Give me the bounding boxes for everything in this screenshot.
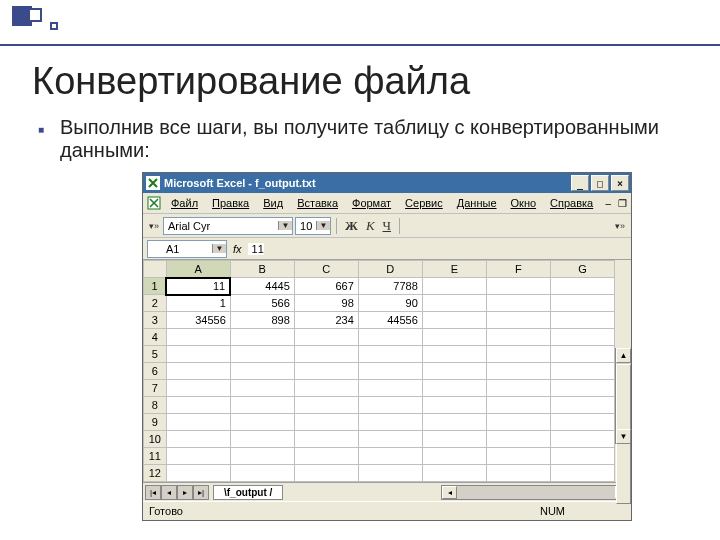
cell[interactable] <box>358 363 422 380</box>
toolbar-overflow-icon[interactable]: ▾» <box>147 221 161 231</box>
cell[interactable] <box>422 346 486 363</box>
cell[interactable] <box>230 329 294 346</box>
col-header-c[interactable]: C <box>294 261 358 278</box>
cell[interactable] <box>486 329 550 346</box>
cell[interactable]: 34556 <box>166 312 230 329</box>
cell[interactable] <box>230 431 294 448</box>
cell[interactable] <box>358 329 422 346</box>
cell[interactable] <box>294 329 358 346</box>
cell[interactable] <box>230 465 294 482</box>
cell[interactable] <box>550 346 614 363</box>
row-header[interactable]: 1 <box>144 278 167 295</box>
cell[interactable]: 667 <box>294 278 358 295</box>
row-header[interactable]: 12 <box>144 465 167 482</box>
col-header-d[interactable]: D <box>358 261 422 278</box>
cell[interactable]: 44556 <box>358 312 422 329</box>
cell[interactable] <box>294 363 358 380</box>
cell[interactable] <box>358 465 422 482</box>
spreadsheet-grid[interactable]: A B C D E F G 1 11 4445 667 7788 2 1 566… <box>143 260 615 482</box>
cell[interactable] <box>422 431 486 448</box>
row-header[interactable]: 3 <box>144 312 167 329</box>
tab-last-icon[interactable]: ▸| <box>193 485 209 500</box>
cell[interactable] <box>486 397 550 414</box>
row-header[interactable]: 2 <box>144 295 167 312</box>
cell[interactable] <box>230 363 294 380</box>
cell[interactable] <box>486 465 550 482</box>
cell[interactable] <box>422 278 486 295</box>
cell[interactable] <box>358 397 422 414</box>
cell[interactable] <box>422 295 486 312</box>
cell[interactable] <box>550 431 614 448</box>
cell[interactable] <box>422 312 486 329</box>
cell[interactable] <box>422 363 486 380</box>
cell[interactable] <box>486 346 550 363</box>
cell[interactable] <box>230 397 294 414</box>
col-header-b[interactable]: B <box>230 261 294 278</box>
close-button[interactable]: × <box>611 175 629 191</box>
cell[interactable] <box>166 397 230 414</box>
wb-min-icon[interactable]: – <box>601 198 615 209</box>
toolbar-overflow-icon[interactable]: ▾» <box>613 221 627 231</box>
menu-insert[interactable]: Вставка <box>291 195 344 211</box>
tab-first-icon[interactable]: |◂ <box>145 485 161 500</box>
menu-format[interactable]: Формат <box>346 195 397 211</box>
cell[interactable] <box>550 414 614 431</box>
cell[interactable] <box>294 397 358 414</box>
cell[interactable] <box>486 295 550 312</box>
font-name-combo[interactable]: Arial Cyr ▼ <box>163 217 293 235</box>
cell[interactable] <box>166 431 230 448</box>
cell[interactable]: 898 <box>230 312 294 329</box>
tab-prev-icon[interactable]: ◂ <box>161 485 177 500</box>
cell[interactable] <box>294 346 358 363</box>
cell[interactable] <box>294 465 358 482</box>
row-header[interactable]: 9 <box>144 414 167 431</box>
cell[interactable]: 1 <box>166 295 230 312</box>
cell[interactable] <box>230 448 294 465</box>
minimize-button[interactable]: _ <box>571 175 589 191</box>
cell[interactable] <box>486 363 550 380</box>
cell[interactable] <box>550 380 614 397</box>
row-header[interactable]: 7 <box>144 380 167 397</box>
vertical-scrollbar[interactable]: ▲ ▼ <box>615 348 631 444</box>
maximize-button[interactable]: □ <box>591 175 609 191</box>
cell[interactable]: 90 <box>358 295 422 312</box>
cell[interactable] <box>550 397 614 414</box>
cell[interactable] <box>294 414 358 431</box>
cell[interactable] <box>550 448 614 465</box>
cell[interactable]: 11 <box>166 278 230 295</box>
cell[interactable] <box>166 346 230 363</box>
cell[interactable]: 234 <box>294 312 358 329</box>
cell[interactable] <box>166 414 230 431</box>
col-header-a[interactable]: A <box>166 261 230 278</box>
row-header[interactable]: 4 <box>144 329 167 346</box>
menu-window[interactable]: Окно <box>505 195 543 211</box>
row-header[interactable]: 10 <box>144 431 167 448</box>
sheet-tab[interactable]: \f_output / <box>213 485 283 500</box>
col-header-e[interactable]: E <box>422 261 486 278</box>
cell[interactable] <box>358 414 422 431</box>
row-header[interactable]: 5 <box>144 346 167 363</box>
cell[interactable] <box>294 431 358 448</box>
horizontal-scrollbar[interactable]: ◂ ▸ <box>441 485 631 500</box>
cell[interactable]: 566 <box>230 295 294 312</box>
cell[interactable] <box>358 431 422 448</box>
row-header[interactable]: 11 <box>144 448 167 465</box>
formula-value[interactable]: 11 <box>248 243 264 255</box>
name-box[interactable]: A1 ▼ <box>147 240 227 258</box>
cell[interactable] <box>422 448 486 465</box>
workbook-icon[interactable] <box>147 195 161 211</box>
bold-button[interactable]: Ж <box>342 218 361 234</box>
cell[interactable] <box>358 448 422 465</box>
cell[interactable] <box>422 414 486 431</box>
cell[interactable] <box>486 312 550 329</box>
cell[interactable]: 4445 <box>230 278 294 295</box>
cell[interactable] <box>486 448 550 465</box>
cell[interactable] <box>294 380 358 397</box>
cell[interactable] <box>550 312 614 329</box>
col-header-f[interactable]: F <box>486 261 550 278</box>
font-size-combo[interactable]: 10 ▼ <box>295 217 331 235</box>
scroll-down-icon[interactable]: ▼ <box>616 429 631 444</box>
cell[interactable] <box>422 329 486 346</box>
scroll-left-icon[interactable]: ◂ <box>442 486 457 499</box>
cell[interactable] <box>550 363 614 380</box>
